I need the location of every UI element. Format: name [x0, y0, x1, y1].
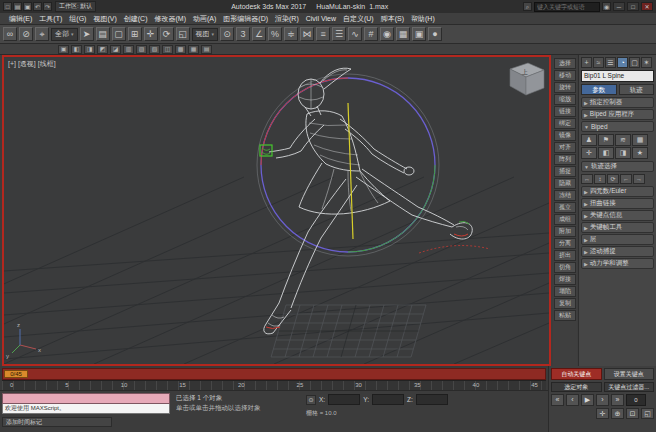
- side-tool-button[interactable]: 附加: [554, 226, 576, 237]
- motion-tab-icon[interactable]: ◔: [617, 57, 628, 68]
- modify-tab-icon[interactable]: ≈: [593, 57, 604, 68]
- side-tool-button[interactable]: 塌陷: [554, 286, 576, 297]
- utilities-tab-icon[interactable]: ✶: [641, 57, 652, 68]
- track-selection-icon[interactable]: ⟳: [607, 174, 619, 184]
- menu-item[interactable]: 动画(A): [190, 14, 219, 24]
- ribbon-tool-icon[interactable]: ▩: [175, 45, 186, 54]
- qat-icon[interactable]: ↷: [43, 2, 52, 11]
- toolbar-icon[interactable]: ⟳: [160, 27, 174, 41]
- menu-item[interactable]: 工具(T): [36, 14, 65, 24]
- menu-item[interactable]: 组(G): [66, 14, 89, 24]
- biped-mode-icon[interactable]: ◧: [598, 147, 614, 159]
- biped-mode-icon[interactable]: ◨: [615, 147, 631, 159]
- toolbar-icon[interactable]: ➤: [80, 27, 94, 41]
- rollout-twist-links[interactable]: ▶ 扭曲链接: [581, 198, 654, 209]
- current-frame-field[interactable]: 0: [626, 394, 646, 406]
- ribbon-tool-icon[interactable]: ◨: [84, 45, 95, 54]
- biped-mode-icon[interactable]: ≋: [615, 134, 631, 146]
- track-bar[interactable]: 051015202530354045: [2, 380, 546, 390]
- signin-icon[interactable]: ◉: [602, 2, 611, 11]
- side-tool-button[interactable]: 对齐: [554, 142, 576, 153]
- toolbar-icon[interactable]: ≑: [284, 27, 298, 41]
- ribbon-tool-icon[interactable]: ▣: [58, 45, 69, 54]
- rollout-layers[interactable]: ▶ 层: [581, 234, 654, 245]
- object-name-field[interactable]: Bip01 L Spine: [581, 70, 654, 82]
- minimize-button[interactable]: ─: [613, 2, 625, 11]
- menu-item[interactable]: Civil View: [303, 15, 339, 22]
- side-tool-button[interactable]: 捕捉: [554, 166, 576, 177]
- side-tool-button[interactable]: 镜像: [554, 130, 576, 141]
- biped-mode-icon[interactable]: ♟: [581, 134, 597, 146]
- menu-item[interactable]: 编辑(E): [6, 14, 35, 24]
- menu-item[interactable]: 脚本(S): [378, 14, 407, 24]
- side-tool-button[interactable]: 绑定: [554, 118, 576, 129]
- menu-item[interactable]: 视图(V): [90, 14, 119, 24]
- previous-frame-button[interactable]: ‹: [566, 394, 579, 406]
- track-selection-icon[interactable]: →: [633, 174, 645, 184]
- toolbar-icon[interactable]: 3: [236, 27, 250, 41]
- viewport[interactable]: 上 x y z [+] [透视] [线框]: [2, 55, 551, 366]
- rollout-keyframing-tools[interactable]: ▶ 关键帧工具: [581, 222, 654, 233]
- zoom-icon[interactable]: ⊕: [611, 408, 624, 419]
- side-tool-button[interactable]: 选择: [554, 58, 576, 69]
- motion-paths-button[interactable]: 轨迹: [619, 84, 655, 95]
- ribbon-tool-icon[interactable]: ◪: [110, 45, 121, 54]
- track-selection-icon[interactable]: ←: [620, 174, 632, 184]
- side-tool-button[interactable]: 阵列: [554, 154, 576, 165]
- side-tool-button[interactable]: 挤出: [554, 250, 576, 261]
- create-tab-icon[interactable]: +: [581, 57, 592, 68]
- side-tool-button[interactable]: 旋转: [554, 82, 576, 93]
- selection-filter-dropdown[interactable]: 全部: [51, 28, 78, 41]
- play-button[interactable]: ▶: [581, 394, 594, 406]
- toolbar-icon[interactable]: ≡: [316, 27, 330, 41]
- pan-view-icon[interactable]: ✛: [596, 408, 609, 419]
- track-selection-icon[interactable]: ↔: [581, 174, 593, 184]
- toolbar-icon[interactable]: ◉: [380, 27, 394, 41]
- biped-mode-icon[interactable]: ★: [632, 147, 648, 159]
- ribbon-tool-icon[interactable]: ▤: [201, 45, 212, 54]
- qat-icon[interactable]: ▣: [23, 2, 32, 11]
- toolbar-icon[interactable]: ∠: [252, 27, 266, 41]
- rollout-assign-controller[interactable]: ▶ 指定控制器: [581, 97, 654, 108]
- menu-item[interactable]: 帮助(H): [408, 14, 438, 24]
- biped-mode-icon[interactable]: ✛: [581, 147, 597, 159]
- rollout-key-info[interactable]: ▶ 关键点信息: [581, 210, 654, 221]
- side-tool-button[interactable]: 切角: [554, 262, 576, 273]
- side-tool-button[interactable]: 孤立: [554, 202, 576, 213]
- display-tab-icon[interactable]: ▢: [629, 57, 640, 68]
- side-tool-button[interactable]: 移动: [554, 70, 576, 81]
- biped-mode-icon[interactable]: ⚑: [598, 134, 614, 146]
- toolbar-icon[interactable]: ▣: [412, 27, 426, 41]
- viewport-canvas[interactable]: 上 x y z: [4, 57, 549, 364]
- z-coord-field[interactable]: [416, 394, 448, 405]
- toolbar-icon[interactable]: ◱: [176, 27, 190, 41]
- menu-item[interactable]: 图形编辑器(D): [220, 14, 271, 24]
- reference-coordinate-dropdown[interactable]: 视图: [192, 28, 219, 41]
- script-listener-line[interactable]: 欢迎使用 MAXScript。: [2, 404, 170, 414]
- set-key-button[interactable]: 设置关键点: [604, 368, 655, 380]
- rotation-gizmo[interactable]: [257, 74, 439, 256]
- maximize-viewport-icon[interactable]: ◱: [641, 408, 654, 419]
- side-tool-button[interactable]: 复制: [554, 298, 576, 309]
- menu-item[interactable]: 渲染(R): [272, 14, 302, 24]
- toolbar-icon[interactable]: #: [364, 27, 378, 41]
- toolbar-icon[interactable]: ▤: [96, 27, 110, 41]
- rollout-quaternion-euler[interactable]: ▶ 四元数/Euler: [581, 186, 654, 197]
- toolbar-icon[interactable]: ⋈: [300, 27, 314, 41]
- side-tool-button[interactable]: 冻结: [554, 190, 576, 201]
- ribbon-tool-icon[interactable]: ◧: [71, 45, 82, 54]
- toolbar-icon[interactable]: ⊙: [220, 27, 234, 41]
- rollout-biped-apps[interactable]: ▶ Biped 应用程序: [581, 109, 654, 120]
- next-frame-button[interactable]: ›: [596, 394, 609, 406]
- toolbar-icon[interactable]: ▦: [396, 27, 410, 41]
- selection-set-dropdown[interactable]: 选定对象: [551, 382, 602, 392]
- toolbar-icon[interactable]: ∿: [348, 27, 362, 41]
- help-search-input[interactable]: [534, 2, 600, 12]
- wireframe-character[interactable]: [264, 68, 472, 334]
- time-slider-track[interactable]: 0/45: [2, 368, 546, 380]
- parameters-button[interactable]: 参数: [581, 84, 617, 95]
- toolbar-icon[interactable]: ☰: [332, 27, 346, 41]
- toolbar-icon[interactable]: ✛: [144, 27, 158, 41]
- ribbon-tool-icon[interactable]: ▦: [188, 45, 199, 54]
- zoom-region-icon[interactable]: ⊡: [626, 408, 639, 419]
